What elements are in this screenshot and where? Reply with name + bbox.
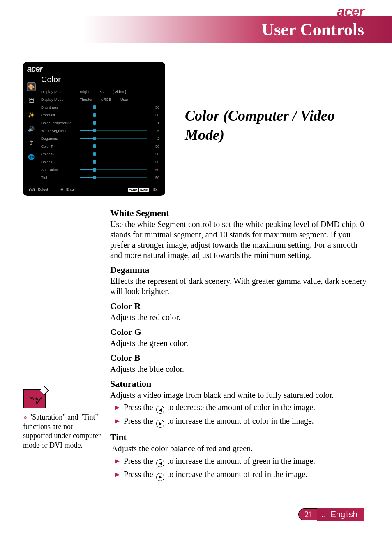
- para-color-b: Adjusts the blue color.: [110, 364, 368, 374]
- bullet-icon: ▶: [115, 404, 120, 412]
- osd-slider-label: Color Temperature: [39, 121, 80, 125]
- para-color-r: Adjusts the red color.: [110, 312, 368, 323]
- bullet-tint-red: ▶Press the ▶ to increase the amount of r…: [110, 469, 368, 481]
- osd-row-mode1[interactable]: Display Mode Bright PC [ Video ]: [39, 88, 162, 95]
- doc-body: White Segment Use the white Segment cont…: [110, 204, 368, 481]
- osd-slider-label: Degamma: [39, 137, 80, 141]
- management-icon[interactable]: ✨: [27, 110, 36, 119]
- osd-slider-row[interactable]: Degamma2: [39, 135, 162, 142]
- para-white-segment: Use the white Segment control to set the…: [110, 219, 368, 260]
- para-degamma: Effects the represent of dark scenery. W…: [110, 276, 368, 297]
- osd-slider-row[interactable]: Color R50: [39, 142, 162, 150]
- osd-slider[interactable]: 2: [80, 137, 162, 141]
- title-band: User Controls: [84, 16, 392, 43]
- note-icon: Note ✓: [23, 389, 46, 408]
- slider-knob-icon[interactable]: [93, 121, 96, 125]
- menu-button-icon: MENU: [128, 188, 138, 192]
- osd-slider-value: 50: [147, 152, 159, 156]
- section-title: Color (Computer / Video Mode): [185, 106, 362, 145]
- page-title: User Controls: [262, 20, 364, 39]
- osd-slider-row[interactable]: Color Temperature1: [39, 119, 162, 127]
- osd-slider-row[interactable]: Tint50: [39, 174, 162, 181]
- osd-slider-row[interactable]: Color G50: [39, 150, 162, 158]
- osd-panel: acer 🎨 🖼 ✨ 🔊 ⏱ 🌐 Color Display Mode Brig…: [23, 62, 165, 196]
- checkmark-icon: ✓: [34, 394, 44, 408]
- slider-knob-icon[interactable]: [93, 113, 96, 117]
- slider-knob-icon[interactable]: [93, 105, 96, 109]
- osd-slider-row[interactable]: Color B50: [39, 158, 162, 166]
- bullet-sat-increase: ▶Press the ▶ to increase the amount of c…: [110, 415, 368, 427]
- para-saturation: Adjusts a video image from black and whi…: [110, 390, 368, 400]
- bullet-sat-decrease: ▶Press the ◀ to decrease the amount of c…: [110, 402, 368, 414]
- note-block: Note ✓ ❖"Saturation" and "Tint" function…: [23, 389, 101, 450]
- bullet-icon: ▶: [115, 471, 120, 479]
- right-arrow-button-icon: ▶: [156, 420, 164, 428]
- osd-slider[interactable]: 50: [80, 152, 162, 156]
- osd-slider-value: 50: [147, 168, 159, 172]
- slider-knob-icon[interactable]: [93, 137, 96, 140]
- osd-slider-label: Brightness: [39, 105, 80, 109]
- bullet-icon: ▶: [115, 457, 120, 465]
- osd-slider-label: Saturation: [39, 168, 80, 172]
- slider-knob-icon[interactable]: [93, 129, 96, 132]
- left-arrow-button-icon: ◀: [156, 459, 164, 467]
- palette-icon[interactable]: 🎨: [27, 82, 36, 91]
- audio-icon[interactable]: 🔊: [27, 124, 36, 133]
- page-header: acer User Controls: [0, 0, 392, 47]
- osd-brand: acer: [23, 62, 165, 75]
- osd-slider[interactable]: 50: [80, 176, 162, 180]
- page-number: 21: [298, 508, 317, 520]
- timer-icon[interactable]: ⏱: [27, 138, 36, 147]
- para-color-g: Adjusts the green color.: [110, 338, 368, 348]
- osd-slider-row[interactable]: Brightness50: [39, 103, 162, 111]
- osd-slider-value: 1: [147, 121, 159, 125]
- osd-slider[interactable]: 50: [80, 105, 162, 109]
- osd-slider-row[interactable]: Contrast50: [39, 111, 162, 119]
- osd-slider[interactable]: 50: [80, 113, 162, 117]
- osd-slider-value: 50: [147, 144, 159, 149]
- heading-color-r: Color R: [110, 301, 368, 311]
- language-icon[interactable]: 🌐: [27, 152, 36, 161]
- para-tint: Adjusts the color balance of red and gre…: [110, 443, 368, 454]
- image-icon[interactable]: 🖼: [27, 96, 36, 105]
- osd-slider-label: Color B: [39, 160, 80, 164]
- osd-slider-label: Color R: [39, 144, 80, 149]
- heading-color-g: Color G: [110, 327, 368, 337]
- slider-knob-icon[interactable]: [93, 160, 96, 164]
- osd-slider-row[interactable]: White Segment5: [39, 127, 162, 135]
- slider-knob-icon[interactable]: [93, 152, 96, 156]
- slider-knob-icon[interactable]: [93, 176, 96, 179]
- left-arrow-button-icon: ◀: [156, 406, 164, 414]
- osd-slider-value: 2: [147, 137, 159, 141]
- heading-color-b: Color B: [110, 353, 368, 363]
- osd-slider-label: Color G: [39, 152, 80, 156]
- osd-title: Color: [39, 75, 162, 88]
- osd-slider[interactable]: 50: [80, 144, 162, 149]
- slider-knob-icon[interactable]: [93, 144, 96, 148]
- slider-knob-icon[interactable]: [93, 168, 96, 172]
- osd-slider-label: White Segment: [39, 129, 80, 133]
- note-text: ❖"Saturation" and "Tint" functions are n…: [23, 413, 101, 450]
- osd-slider[interactable]: 50: [80, 160, 162, 164]
- page-footer: 21 ... English: [298, 508, 364, 521]
- osd-row-mode2[interactable]: Display Mode Theater sRGB User: [39, 95, 162, 103]
- osd-slider-row[interactable]: Saturation50: [39, 166, 162, 174]
- osd-slider[interactable]: 1: [80, 121, 162, 125]
- bullet-tint-green: ▶Press the ◀ to increase the amount of g…: [110, 455, 368, 467]
- osd-slider-value: 5: [147, 129, 159, 133]
- heading-degamma: Degamma: [110, 265, 368, 275]
- osd-footer: ◐◑ Select ◉ Enter MENU BACK Exit: [29, 188, 159, 192]
- osd-slider-label: Contrast: [39, 113, 80, 117]
- osd-tab-icons: 🎨 🖼 ✨ 🔊 ⏱ 🌐: [23, 75, 39, 181]
- diamond-icon: ❖: [23, 415, 28, 421]
- right-arrow-button-icon: ▶: [156, 473, 164, 481]
- heading-white-segment: White Segment: [110, 208, 368, 218]
- osd-slider[interactable]: 5: [80, 129, 162, 133]
- page-language: ... English: [317, 508, 364, 521]
- nav-arrows-icon: ◐◑: [29, 188, 35, 192]
- osd-slider[interactable]: 50: [80, 168, 162, 172]
- osd-slider-value: 50: [147, 160, 159, 164]
- back-button-icon: BACK: [139, 188, 149, 192]
- heading-tint: Tint: [110, 432, 368, 443]
- osd-slider-label: Tint: [39, 176, 80, 180]
